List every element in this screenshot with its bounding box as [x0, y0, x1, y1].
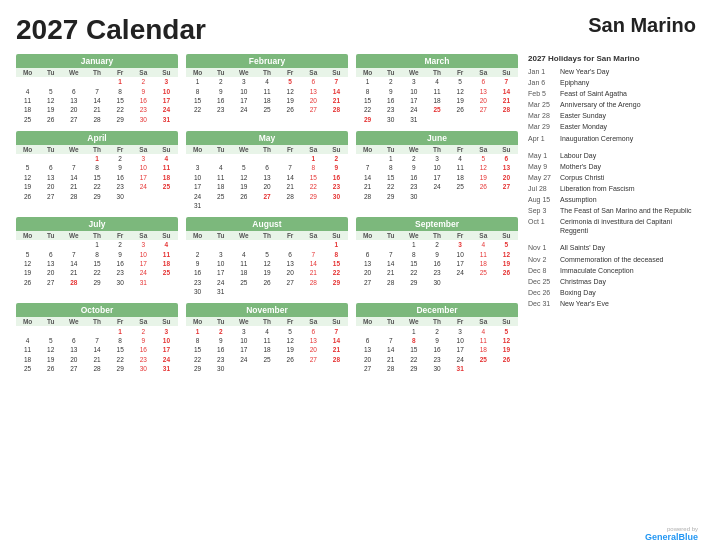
empty-cell: [16, 240, 39, 249]
day-header-su: Su: [325, 231, 348, 240]
day-cell: 3: [232, 326, 255, 335]
day-cell: 10: [425, 163, 448, 172]
day-header-fr: Fr: [109, 231, 132, 240]
day-cell: 27: [356, 364, 379, 373]
holiday-date: Nov 2: [528, 255, 556, 264]
day-header-fr: Fr: [449, 145, 472, 154]
day-cell: 30: [132, 364, 155, 373]
holiday-name: New Year's Day: [560, 67, 609, 76]
holiday-item: Jul 28Liberation from Fascism: [528, 184, 696, 193]
day-cell: 30: [325, 191, 348, 200]
day-cell: 12: [39, 96, 62, 105]
empty-cell: [39, 154, 62, 163]
day-cell: 18: [232, 268, 255, 277]
day-cell: 29: [379, 191, 402, 200]
day-cell: 16: [325, 173, 348, 182]
day-cell: 23: [425, 355, 448, 364]
empty-cell: [85, 326, 108, 335]
holiday-item: May 27Corpus Christi: [528, 173, 696, 182]
day-cell: 15: [85, 173, 108, 182]
day-cell: 29: [186, 364, 209, 373]
day-cell: 8: [379, 163, 402, 172]
holiday-date: Jan 1: [528, 67, 556, 76]
day-cell: 8: [302, 163, 325, 172]
day-cell: 19: [39, 355, 62, 364]
day-cell: 2: [132, 326, 155, 335]
day-cell: 25: [16, 364, 39, 373]
day-cell: 4: [16, 86, 39, 95]
day-cell: 19: [16, 268, 39, 277]
day-cell: 30: [379, 115, 402, 124]
day-header-tu: Tu: [39, 317, 62, 326]
holiday-item: Mar 25Anniversary of the Arengo: [528, 100, 696, 109]
day-cell: 20: [356, 355, 379, 364]
day-cell: 30: [209, 364, 232, 373]
day-cell: 8: [325, 250, 348, 259]
day-cell: 24: [132, 182, 155, 191]
holiday-date: Feb 5: [528, 89, 556, 98]
holiday-date: May 9: [528, 162, 556, 171]
day-header-su: Su: [495, 145, 518, 154]
day-cell: 3: [209, 250, 232, 259]
day-cell: 20: [39, 268, 62, 277]
day-header-tu: Tu: [39, 145, 62, 154]
day-header-we: We: [62, 68, 85, 77]
day-cell: 8: [109, 336, 132, 345]
month-title: May: [186, 131, 348, 145]
holiday-item: Dec 25Christmas Day: [528, 277, 696, 286]
day-cell: 13: [472, 86, 495, 95]
day-cell: 5: [495, 326, 518, 335]
empty-cell: [186, 154, 209, 163]
day-cell: 18: [209, 182, 232, 191]
day-cell: 11: [16, 96, 39, 105]
day-header-sa: Sa: [472, 317, 495, 326]
month-title: December: [356, 303, 518, 317]
holiday-item: Dec 26Boxing Day: [528, 288, 696, 297]
day-cell: 24: [425, 182, 448, 191]
day-cell: 28: [379, 364, 402, 373]
empty-cell: [279, 154, 302, 163]
holiday-name: Easter Monday: [560, 122, 607, 131]
day-cell: 7: [325, 77, 348, 86]
day-header-th: Th: [425, 145, 448, 154]
day-cell: 2: [109, 240, 132, 249]
day-cell: 1: [302, 154, 325, 163]
holiday-item: May 9Mother's Day: [528, 162, 696, 171]
day-cell: 12: [472, 163, 495, 172]
day-cell: 29: [85, 278, 108, 287]
day-cell: 15: [402, 259, 425, 268]
day-cell: 26: [495, 355, 518, 364]
day-cell: 27: [356, 278, 379, 287]
holiday-item: Nov 1All Saints' Day: [528, 243, 696, 252]
holiday-name: Christmas Day: [560, 277, 606, 286]
day-cell: 23: [209, 355, 232, 364]
holiday-date: Nov 1: [528, 243, 556, 252]
day-header-sa: Sa: [302, 231, 325, 240]
day-cell: 28: [495, 105, 518, 114]
day-header-th: Th: [425, 231, 448, 240]
day-cell: 28: [85, 364, 108, 373]
day-cell: 27: [302, 105, 325, 114]
day-header-th: Th: [85, 231, 108, 240]
day-cell: 17: [449, 259, 472, 268]
day-cell: 11: [155, 250, 178, 259]
day-cell: 19: [16, 182, 39, 191]
holiday-item: Feb 5Feast of Saint Agatha: [528, 89, 696, 98]
day-cell: 17: [425, 173, 448, 182]
empty-cell: [255, 154, 278, 163]
day-cell: 23: [186, 278, 209, 287]
day-header-tu: Tu: [379, 145, 402, 154]
day-cell: 14: [302, 259, 325, 268]
holiday-item: Apr 1Inauguration Ceremony: [528, 134, 696, 143]
empty-cell: [16, 326, 39, 335]
month-december: DecemberMoTuWeThFrSaSu123456789101112131…: [356, 303, 518, 373]
holiday-name: Mother's Day: [560, 162, 601, 171]
day-cell: 3: [232, 77, 255, 86]
day-cell: 11: [472, 250, 495, 259]
day-header-th: Th: [425, 317, 448, 326]
day-cell: 9: [109, 250, 132, 259]
month-november: NovemberMoTuWeThFrSaSu123456789101112131…: [186, 303, 348, 373]
holiday-date: Dec 26: [528, 288, 556, 297]
month-january: JanuaryMoTuWeThFrSaSu1234567891011121314…: [16, 54, 178, 124]
day-cell: 11: [155, 163, 178, 172]
